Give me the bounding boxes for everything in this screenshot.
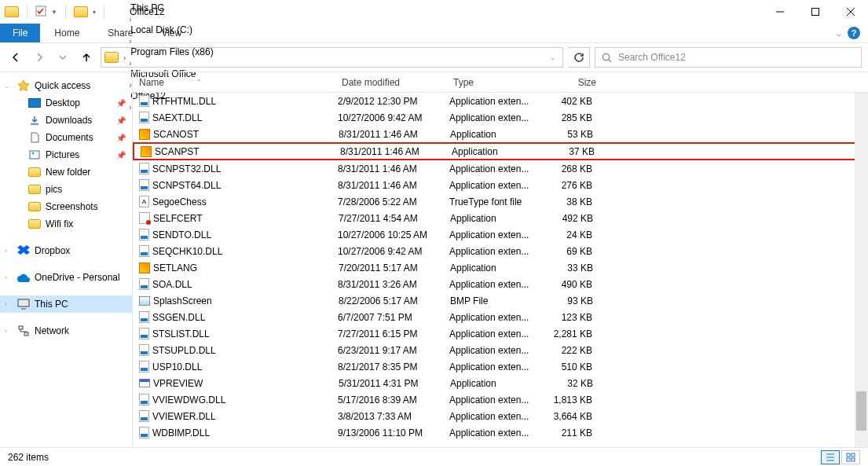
chevron-down-icon[interactable]: ▾ <box>93 9 96 16</box>
svg-rect-19 <box>852 458 855 461</box>
file-row[interactable]: SETLANG7/20/2011 5:17 AMApplication33 KB <box>133 259 868 276</box>
dll-icon <box>139 361 149 372</box>
sidebar-pictures[interactable]: Pictures📌 <box>0 146 132 163</box>
icons-view-button[interactable] <box>841 450 860 464</box>
column-header-type[interactable]: Type <box>453 77 546 88</box>
chevron-right-icon[interactable]: › <box>127 37 133 46</box>
file-tab[interactable]: File <box>0 24 40 42</box>
view-toggles <box>821 450 860 464</box>
chevron-right-icon[interactable]: › <box>127 59 133 68</box>
file-type: BMP File <box>450 295 543 306</box>
details-view-button[interactable] <box>821 450 840 464</box>
vertical-scrollbar[interactable] <box>855 93 868 447</box>
folder-icon <box>28 219 41 229</box>
file-row[interactable]: SCNPST32.DLL8/31/2011 1:46 AMApplication… <box>133 160 868 177</box>
chevron-down-icon[interactable]: ⌵ <box>546 53 559 61</box>
file-row[interactable]: STSUPLD.DLL6/23/2011 9:17 AMApplication … <box>133 342 868 358</box>
sidebar-screenshots[interactable]: Screenshots <box>0 198 132 215</box>
chevron-right-icon[interactable]: › <box>5 300 7 308</box>
folder-icon[interactable] <box>74 6 88 17</box>
file-type: Application exten... <box>449 345 542 356</box>
file-row[interactable]: SCANPST8/31/2011 1:46 AMApplication37 KB <box>133 142 868 160</box>
folder-icon <box>28 202 41 211</box>
sidebar-pics[interactable]: pics <box>0 181 132 198</box>
close-button[interactable] <box>833 0 868 24</box>
folder-icon[interactable] <box>5 6 19 17</box>
file-date: 8/31/2011 1:46 AM <box>338 180 449 191</box>
chevron-right-icon[interactable]: › <box>122 53 127 62</box>
chevron-down-icon[interactable]: ▼ <box>51 9 57 16</box>
recent-locations-button[interactable] <box>53 48 72 67</box>
file-row[interactable]: WDBIMP.DLL9/13/2006 11:10 PMApplication … <box>133 424 868 441</box>
sidebar-desktop[interactable]: Desktop📌 <box>0 94 132 112</box>
file-name: VPREVIEW <box>153 378 339 389</box>
breadcrumb-segment[interactable]: This PC <box>127 2 216 13</box>
breadcrumb-segment[interactable]: Local Disk (C:) <box>127 24 216 35</box>
file-row[interactable]: SOA.DLL8/31/2011 3:26 AMApplication exte… <box>133 276 868 292</box>
column-header-date[interactable]: Date modified <box>342 77 453 88</box>
dll-icon <box>139 311 149 323</box>
back-button[interactable] <box>6 48 25 67</box>
file-size: 276 KB <box>542 180 600 191</box>
sidebar-onedrive[interactable]: ›OneDrive - Personal <box>0 269 132 286</box>
file-row[interactable]: SSGEN.DLL6/7/2007 7:51 PMApplication ext… <box>133 309 868 325</box>
sidebar-quick-access[interactable]: ⌵Quick access <box>0 77 132 94</box>
chevron-right-icon[interactable]: › <box>127 15 133 24</box>
scrollbar-thumb[interactable] <box>856 391 866 431</box>
file-list[interactable]: RTFHTML.DLL2/9/2012 12:30 PMApplication … <box>133 93 868 447</box>
file-row[interactable]: RTFHTML.DLL2/9/2012 12:30 PMApplication … <box>133 93 868 109</box>
forward-button[interactable] <box>30 48 49 67</box>
file-row[interactable]: SELFCERT7/27/2011 4:54 AMApplication492 … <box>133 210 868 226</box>
sidebar-documents[interactable]: Documents📌 <box>0 129 132 146</box>
file-size: 69 KB <box>542 246 600 257</box>
file-row[interactable]: SCANOST8/31/2011 1:46 AMApplication53 KB <box>133 126 868 142</box>
file-size: 37 KB <box>544 146 602 157</box>
chevron-right-icon[interactable]: › <box>5 273 7 281</box>
file-type: Application exten... <box>449 96 542 107</box>
chevron-down-icon[interactable]: ⌵ <box>5 82 9 90</box>
search-input[interactable]: Search Office12 <box>595 47 862 68</box>
breadcrumb[interactable]: › This PC›Local Disk (C:)›Program Files … <box>101 47 563 68</box>
maximize-button[interactable] <box>797 0 833 24</box>
help-icon[interactable]: ? <box>848 27 860 39</box>
sidebar-network[interactable]: ›Network <box>0 322 132 339</box>
file-row[interactable]: SplashScreen8/22/2006 5:17 AMBMP File93 … <box>133 292 868 309</box>
file-row[interactable]: SCNPST64.DLL8/31/2011 1:46 AMApplication… <box>133 177 868 193</box>
home-tab[interactable]: Home <box>40 24 93 42</box>
file-row[interactable]: VVIEWDWG.DLL5/17/2016 8:39 AMApplication… <box>133 391 868 408</box>
up-button[interactable] <box>77 48 96 67</box>
file-type: Application exten... <box>449 312 542 323</box>
breadcrumb-segment[interactable]: Program Files (x86) <box>127 46 216 57</box>
file-date: 5/31/2011 4:31 PM <box>339 378 450 389</box>
sidebar-wifi-fix[interactable]: Wifi fix <box>0 215 132 233</box>
minimize-button[interactable] <box>762 0 797 24</box>
sidebar-new-folder[interactable]: New folder <box>0 163 132 181</box>
expand-ribbon-icon[interactable]: ⌵ <box>837 29 841 38</box>
file-row[interactable]: VVIEWER.DLL3/8/2013 7:33 AMApplication e… <box>133 408 868 424</box>
sidebar-downloads[interactable]: Downloads📌 <box>0 112 132 129</box>
window-controls <box>762 0 868 24</box>
column-header-size[interactable]: Size <box>546 77 604 88</box>
file-row[interactable]: SEQCHK10.DLL10/27/2006 9:42 AMApplicatio… <box>133 243 868 259</box>
file-date: 8/31/2011 3:26 AM <box>338 279 449 290</box>
svg-rect-12 <box>24 332 28 336</box>
column-header-name[interactable]: Name⌃ <box>139 77 342 88</box>
chevron-right-icon[interactable]: › <box>5 247 7 255</box>
sidebar-dropbox[interactable]: ›Dropbox <box>0 242 132 259</box>
sidebar-this-pc[interactable]: ›This PC <box>0 295 132 313</box>
file-row[interactable]: STSLIST.DLL7/27/2011 6:15 PMApplication … <box>133 325 868 342</box>
file-row[interactable]: VPREVIEW5/31/2011 4:31 PMApplication32 K… <box>133 375 868 391</box>
properties-icon[interactable] <box>35 6 46 19</box>
file-date: 7/20/2011 5:17 AM <box>339 262 450 273</box>
svg-rect-16 <box>847 453 850 457</box>
file-row[interactable]: SegoeChess7/28/2006 5:22 AMTrueType font… <box>133 193 868 210</box>
chevron-right-icon[interactable]: › <box>5 327 7 335</box>
svg-point-8 <box>32 152 34 154</box>
file-row[interactable]: USP10.DLL8/21/2017 8:35 PMApplication ex… <box>133 358 868 375</box>
file-size: 285 KB <box>542 112 600 123</box>
file-row[interactable]: SENDTO.DLL10/27/2006 10:25 AMApplication… <box>133 226 868 243</box>
file-row[interactable]: SAEXT.DLL10/27/2006 9:42 AMApplication e… <box>133 109 868 126</box>
separator <box>65 5 66 19</box>
refresh-button[interactable] <box>568 47 590 68</box>
file-date: 8/21/2017 8:35 PM <box>338 361 449 372</box>
